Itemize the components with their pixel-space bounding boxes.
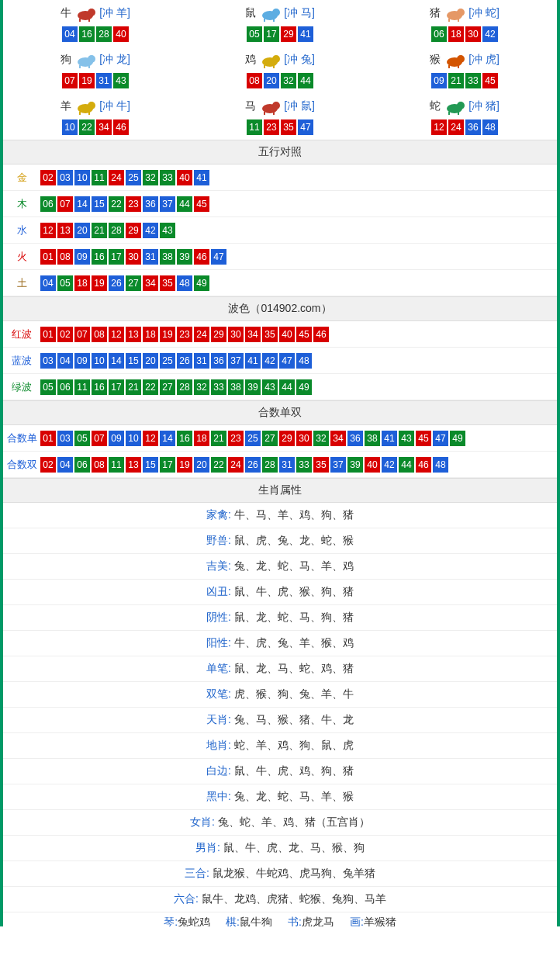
zodiac-nums: 11233547 <box>188 119 372 135</box>
number-chip: 30 <box>465 26 481 42</box>
number-chip: 30 <box>228 327 244 342</box>
svg-rect-26 <box>79 112 81 115</box>
number-chip: 25 <box>245 431 261 446</box>
svg-rect-2 <box>79 19 81 22</box>
attr-row: 单笔: 鼠、龙、马、蛇、鸡、猪 <box>3 656 557 682</box>
zodiac-conflict: [冲 龙] <box>99 53 130 67</box>
number-chip: 19 <box>160 327 175 342</box>
number-chip: 07 <box>62 73 78 88</box>
row-label: 红波 <box>3 327 40 341</box>
number-chip: 41 <box>298 26 313 42</box>
number-chip: 10 <box>62 119 78 135</box>
number-chip: 38 <box>228 379 244 395</box>
number-chip: 12 <box>40 223 56 238</box>
number-chip: 43 <box>160 223 175 238</box>
zodiac-cell: 羊[冲 牛]10223446 <box>3 93 188 140</box>
number-chip: 29 <box>281 26 296 42</box>
number-chip: 13 <box>57 223 73 238</box>
number-chip: 47 <box>433 431 448 446</box>
number-chip: 29 <box>126 223 141 238</box>
number-chip: 41 <box>245 353 261 369</box>
table-row: 土04051819262734354849 <box>3 270 557 296</box>
number-chip: 12 <box>143 431 158 446</box>
number-chip: 01 <box>40 249 56 265</box>
svg-rect-22 <box>448 65 450 68</box>
zodiac-icon <box>441 51 468 68</box>
svg-point-13 <box>88 55 95 63</box>
number-chip: 24 <box>228 457 244 473</box>
row-label: 绿波 <box>3 380 40 394</box>
row-nums: 1213202128294243 <box>40 218 175 243</box>
number-chip: 07 <box>92 431 107 446</box>
number-chip: 37 <box>228 353 244 369</box>
number-chip: 08 <box>57 249 73 265</box>
svg-rect-6 <box>264 19 265 22</box>
heshu-table: 合数单0103050709101214161821232527293032343… <box>3 425 557 478</box>
number-chip: 19 <box>92 275 107 291</box>
number-chip: 33 <box>211 379 226 395</box>
number-chip: 17 <box>264 26 279 42</box>
number-chip: 31 <box>96 73 112 88</box>
number-chip: 42 <box>482 26 498 42</box>
number-chip: 49 <box>194 275 209 291</box>
zodiac-cell: 马[冲 鼠]11233547 <box>188 93 372 140</box>
zodiac-conflict: [冲 牛] <box>99 99 130 113</box>
svg-point-33 <box>457 102 465 109</box>
number-chip: 44 <box>298 73 313 88</box>
wuxing-table: 金02031011242532334041木060714152223363744… <box>3 164 557 296</box>
zodiac-cell: 牛[冲 羊]04162840 <box>3 0 188 47</box>
number-chip: 45 <box>416 431 431 446</box>
number-chip: 08 <box>92 457 107 473</box>
number-chip: 48 <box>296 353 312 369</box>
number-chip: 49 <box>296 379 312 395</box>
number-chip: 21 <box>211 431 226 446</box>
attr-value: 兔、马、猴、猪、牛、龙 <box>234 713 354 725</box>
attr-value: 兔、龙、蛇、马、羊、猴 <box>234 790 354 802</box>
number-chip: 39 <box>177 249 192 265</box>
zodiac-nums: 05172941 <box>188 26 372 42</box>
attr-table: 家禽: 牛、马、羊、鸡、狗、猪野兽: 鼠、虎、兔、龙、蛇、猴吉美: 兔、龙、蛇、… <box>3 503 557 912</box>
number-chip: 42 <box>382 457 397 473</box>
number-chip: 06 <box>40 196 56 212</box>
header-wuxing: 五行对照 <box>3 140 557 164</box>
pair-val: 虎龙马 <box>302 916 334 926</box>
number-chip: 22 <box>109 196 124 212</box>
row-label: 合数双 <box>3 458 40 472</box>
number-chip: 46 <box>113 119 129 135</box>
zodiac-cell: 鼠[冲 马]05172941 <box>188 0 372 47</box>
number-chip: 31 <box>279 457 295 473</box>
number-chip: 42 <box>262 353 278 369</box>
row-nums: 04051819262734354849 <box>40 271 209 296</box>
attr-value: 牛、虎、兔、羊、猴、鸡 <box>234 636 354 649</box>
number-chip: 22 <box>143 379 158 395</box>
header-shengxiao: 生肖属性 <box>3 478 557 503</box>
zodiac-nums: 09213345 <box>372 73 557 88</box>
attr-row: 天肖: 兔、马、猴、猪、牛、龙 <box>3 708 557 733</box>
pair-val: 兔蛇鸡 <box>178 916 210 926</box>
number-chip: 17 <box>160 457 175 473</box>
number-chip: 46 <box>416 457 431 473</box>
number-chip: 34 <box>245 327 261 342</box>
number-chip: 18 <box>74 275 90 291</box>
zodiac-nums: 12243648 <box>372 119 557 135</box>
number-chip: 35 <box>160 275 175 291</box>
number-chip: 34 <box>330 431 346 446</box>
number-chip: 38 <box>365 431 380 446</box>
number-chip: 11 <box>74 379 90 395</box>
svg-rect-35 <box>458 112 459 115</box>
number-chip: 44 <box>177 196 192 212</box>
number-chip: 44 <box>279 379 295 395</box>
number-chip: 45 <box>482 73 498 88</box>
svg-point-9 <box>457 9 465 16</box>
table-row: 火0108091617303138394647 <box>3 244 557 270</box>
number-chip: 36 <box>211 353 226 369</box>
attr-name: 黑中: <box>206 790 234 802</box>
number-chip: 49 <box>450 431 465 446</box>
svg-rect-31 <box>273 112 275 115</box>
zodiac-grid: 牛[冲 羊]04162840鼠[冲 马]05172941猪[冲 蛇]061830… <box>3 0 557 140</box>
number-chip: 41 <box>382 431 397 446</box>
number-chip: 03 <box>57 431 73 446</box>
number-chip: 43 <box>262 379 278 395</box>
number-chip: 21 <box>448 73 464 88</box>
number-chip: 36 <box>465 119 481 135</box>
